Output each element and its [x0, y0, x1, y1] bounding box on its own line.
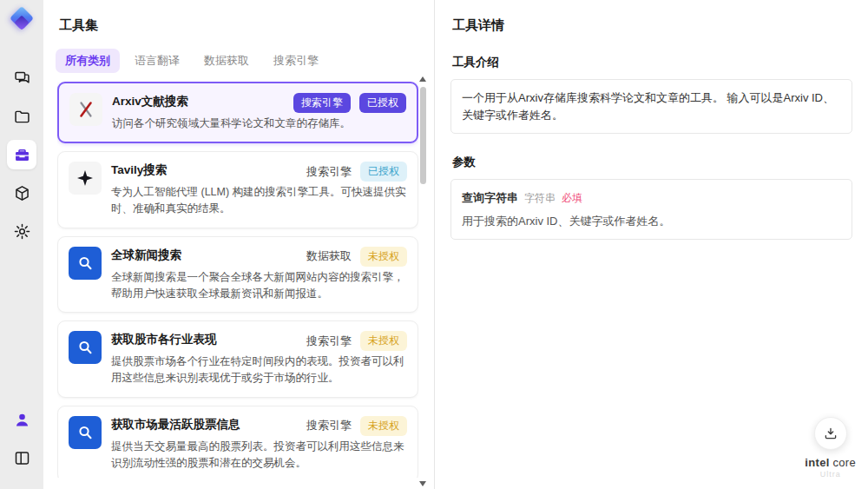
panel-layout-icon[interactable] [7, 443, 36, 472]
category-label: 数据获取 [306, 248, 352, 264]
status-badge: 未授权 [360, 416, 407, 436]
intro-heading: 工具介绍 [452, 55, 852, 70]
param-required-badge: 必填 [562, 190, 582, 206]
category-tabs: 所有类别 语言翻译 数据获取 搜索引擎 [56, 49, 434, 73]
gear-icon[interactable] [7, 216, 36, 246]
icon-rail [0, 0, 43, 489]
status-badge: 已授权 [360, 162, 407, 182]
category-label: 搜索引擎 [306, 164, 352, 180]
tool-description: 访问各个研究领域大量科学论文和文章的存储库。 [112, 116, 406, 132]
arxiv-logo-icon [69, 93, 102, 126]
params-heading: 参数 [452, 155, 852, 170]
list-scrollbar[interactable] [418, 76, 427, 486]
intel-core-logo: intel core [805, 456, 856, 469]
tab-data-acquisition[interactable]: 数据获取 [194, 49, 259, 73]
intro-text: 一个用于从Arxiv存储库搜索科学论文和文章的工具。 输入可以是Arxiv ID… [462, 91, 834, 122]
tool-description: 提供股票市场各个行业在特定时间段内的表现。投资者可以利用这些信息来识别表现优于或… [111, 354, 407, 387]
corner-widgets: intel core Ultra [805, 417, 856, 479]
param-description: 用于搜索的Arxiv ID、关键字或作者姓名。 [462, 213, 841, 230]
tool-description: 全球新闻搜索是一个聚合全球各大新闻网站内容的搜索引擎，帮助用户快速获取全球最新资… [111, 269, 407, 303]
param-name: 查询字符串 [462, 189, 518, 207]
tool-card-list: Arxiv文献搜索 搜索引擎 已授权 访问各个研究领域大量科学论文和文章的存储库… [57, 82, 418, 478]
tab-search-engine[interactable]: 搜索引擎 [264, 49, 328, 73]
search-logo-icon [69, 247, 102, 280]
download-button[interactable] [814, 417, 847, 450]
tool-name: 全球新闻搜索 [111, 247, 181, 264]
category-label: 搜索引擎 [306, 418, 352, 433]
tool-name: 获取市场最活跃股票信息 [111, 416, 240, 433]
scrollbar-thumb[interactable] [420, 87, 426, 184]
category-label: 搜索引擎 [306, 334, 352, 349]
tool-name: 获取股市各行业表现 [111, 331, 217, 348]
tab-all-categories[interactable]: 所有类别 [56, 49, 120, 73]
tab-language-translation[interactable]: 语言翻译 [125, 49, 189, 73]
chat-icon[interactable] [7, 63, 36, 93]
tool-detail-panel: 工具详情 工具介绍 一个用于从Arxiv存储库搜索科学论文和文章的工具。 输入可… [434, 0, 868, 489]
scroll-up-arrow-icon[interactable] [419, 76, 426, 82]
tools-list-panel: 工具集 所有类别 语言翻译 数据获取 搜索引擎 Arxiv文献搜索 [43, 0, 434, 489]
search-logo-icon [69, 416, 102, 449]
star-logo-icon [69, 162, 102, 195]
detail-title: 工具详情 [452, 17, 852, 34]
user-icon[interactable] [7, 405, 36, 434]
status-badge: 未授权 [360, 247, 407, 267]
status-badge: 未授权 [360, 331, 407, 351]
tool-description: 提供当天交易量最高的股票列表。投资者可以利用这些信息来识别流动性强的股票和潜在的… [111, 439, 407, 472]
scroll-down-arrow-icon[interactable] [419, 481, 426, 486]
page-title: 工具集 [59, 17, 434, 34]
category-badge: 搜索引擎 [293, 93, 351, 113]
tool-card-global-news[interactable]: 全球新闻搜索 数据获取 未授权 全球新闻搜索是一个聚合全球各大新闻网站内容的搜索… [57, 236, 418, 314]
app-window: 工具集 所有类别 语言翻译 数据获取 搜索引擎 Arxiv文献搜索 [0, 0, 868, 489]
intro-box: 一个用于从Arxiv存储库搜索科学论文和文章的工具。 输入可以是Arxiv ID… [450, 79, 852, 134]
intel-core-sub-label: Ultra [820, 470, 841, 479]
tool-card-active-stocks[interactable]: 获取市场最活跃股票信息 搜索引擎 未授权 提供当天交易量最高的股票列表。投资者可… [57, 406, 418, 478]
cube-icon[interactable] [7, 178, 36, 208]
tool-card-sector-performance[interactable]: 获取股市各行业表现 搜索引擎 未授权 提供股票市场各个行业在特定时间段内的表现。… [57, 320, 418, 398]
param-type: 字符串 [524, 190, 556, 206]
tool-card-tavily[interactable]: Tavily搜索 搜索引擎 已授权 专为人工智能代理 (LLM) 构建的搜索引擎… [57, 151, 418, 228]
status-badge: 已授权 [359, 93, 406, 113]
app-logo-icon [7, 7, 36, 36]
toolbox-icon[interactable] [7, 140, 36, 169]
param-box: 查询字符串 字符串 必填 用于搜索的Arxiv ID、关键字或作者姓名。 [450, 179, 852, 240]
search-logo-icon [69, 331, 102, 364]
tool-name: Arxiv文献搜索 [112, 93, 188, 110]
tool-description: 专为人工智能代理 (LLM) 构建的搜索引擎工具。可快速提供实时、准确和真实的结… [111, 184, 407, 218]
tool-name: Tavily搜索 [111, 162, 167, 179]
folder-icon[interactable] [7, 102, 36, 131]
tool-card-arxiv[interactable]: Arxiv文献搜索 搜索引擎 已授权 访问各个研究领域大量科学论文和文章的存储库… [57, 82, 418, 143]
